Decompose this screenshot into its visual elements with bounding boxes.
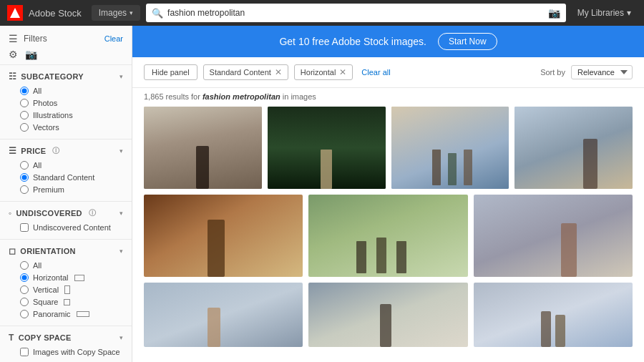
undiscovered-section: ◦ Undiscovered ⓘ ▾ Undiscovered Content — [0, 201, 132, 239]
nav-chevron-icon: ▾ — [130, 9, 133, 16]
photo-tile-7[interactable] — [474, 195, 633, 277]
sidebar-header: ☰ Filters Clear — [0, 26, 132, 49]
toolbar: Hide panel Standard Content ✕ Horizontal… — [132, 57, 644, 88]
horizontal-chip-remove-icon[interactable]: ✕ — [339, 67, 346, 77]
subcategory-icon: ☷ — [9, 72, 16, 82]
search-bar: 🔍 📷 — [146, 4, 566, 22]
camera-icon[interactable]: 📷 — [548, 7, 560, 19]
images-with-copy-space[interactable]: Images with Copy Space — [20, 348, 123, 356]
price-header[interactable]: ☰ Price ⓘ ▾ — [0, 140, 132, 161]
my-libraries-button[interactable]: My Libraries ▾ — [572, 5, 637, 21]
price-premium[interactable]: Premium — [20, 185, 123, 194]
copy-space-chevron-icon: ▾ — [119, 334, 123, 341]
svg-marker-0 — [10, 8, 20, 18]
subcategory-chevron-icon: ▾ — [119, 73, 123, 80]
photo-row-1 — [144, 107, 633, 189]
photo-row-3 — [144, 283, 633, 347]
undiscovered-icon: ◦ — [9, 208, 12, 218]
photo-row-2 — [144, 195, 633, 277]
price-icon: ☰ — [9, 146, 16, 156]
clear-all-link[interactable]: Clear all — [361, 68, 390, 77]
adobe-logo — [7, 5, 23, 21]
undiscovered-info-icon[interactable]: ⓘ — [89, 208, 96, 218]
nav-dropdown[interactable]: Images ▾ — [92, 5, 140, 21]
main-layout: ☰ Filters Clear ⚙ 📷 ☷ Subcategory ▾ — [0, 26, 644, 362]
photo-tile-11[interactable] — [474, 283, 633, 347]
subcategory-vectors[interactable]: Vectors — [20, 123, 123, 132]
photo-grid — [132, 107, 644, 362]
settings-icon-btn[interactable]: ⚙ — [9, 49, 18, 60]
copy-space-header[interactable]: T Copy Space ▾ — [0, 326, 132, 348]
undiscovered-header[interactable]: ◦ Undiscovered ⓘ ▾ — [0, 202, 132, 223]
subcategory-illustrations[interactable]: Illustrations — [20, 111, 123, 119]
sidebar: ☰ Filters Clear ⚙ 📷 ☷ Subcategory ▾ — [0, 26, 132, 362]
promo-banner: Get 10 free Adobe Stock images. Start No… — [132, 26, 644, 57]
square-icon — [64, 299, 70, 305]
orient-horizontal[interactable]: Horizontal — [20, 273, 123, 282]
standard-content-chip[interactable]: Standard Content ✕ — [203, 64, 288, 80]
results-count: 1,865 — [144, 92, 164, 101]
results-query: fashion metropolitan — [203, 92, 280, 101]
subcategory-photos[interactable]: Photos — [20, 99, 123, 107]
undiscovered-chevron-icon: ▾ — [119, 210, 123, 217]
photo-tile-2[interactable] — [268, 107, 386, 189]
search-input[interactable] — [167, 8, 544, 18]
photo-tile-4[interactable] — [514, 107, 633, 189]
filter-icon: ☰ — [9, 33, 18, 44]
main-content: Get 10 free Adobe Stock images. Start No… — [132, 26, 644, 362]
orientation-header[interactable]: ◻ Orientation ▾ — [0, 240, 132, 261]
photo-tile-1[interactable] — [144, 107, 262, 189]
view-icon-btn[interactable]: 📷 — [25, 49, 37, 60]
orient-square[interactable]: Square — [20, 298, 123, 306]
price-body: All Standard Content Premium — [0, 161, 132, 201]
subcategory-all[interactable]: All — [20, 87, 123, 95]
sort-by-label: Sort by — [540, 68, 565, 77]
price-all[interactable]: All — [20, 161, 123, 170]
promo-text: Get 10 free Adobe Stock images. — [279, 36, 426, 47]
orientation-section: ◻ Orientation ▾ All Horizontal Vertical … — [0, 239, 132, 326]
orient-vertical[interactable]: Vertical — [20, 285, 123, 294]
price-chevron-icon: ▾ — [119, 147, 123, 155]
photo-tile-5[interactable] — [144, 195, 303, 277]
brand-name: Adobe Stock — [29, 8, 82, 19]
horizontal-icon — [74, 275, 84, 281]
settings-icon-row: ⚙ 📷 — [0, 49, 132, 64]
undiscovered-body: Undiscovered Content — [0, 223, 132, 239]
photo-tile-10[interactable] — [308, 283, 467, 347]
libraries-chevron-icon: ▾ — [627, 8, 631, 18]
panoramic-icon — [77, 311, 89, 317]
copy-space-icon: T — [9, 333, 14, 343]
horizontal-chip[interactable]: Horizontal ✕ — [294, 64, 353, 80]
photo-tile-9[interactable] — [144, 283, 303, 347]
orient-panoramic[interactable]: Panoramic — [20, 310, 123, 318]
price-info-icon[interactable]: ⓘ — [52, 146, 59, 156]
orientation-chevron-icon: ▾ — [119, 248, 123, 255]
photo-tile-6[interactable] — [308, 195, 467, 277]
promo-cta-button[interactable]: Start Now — [438, 33, 497, 50]
subcategory-section: ☷ Subcategory ▾ All Photos Illustrations… — [0, 64, 132, 139]
price-section: ☰ Price ⓘ ▾ All Standard Content Premium — [0, 139, 132, 201]
copy-space-section: T Copy Space ▾ Images with Copy Space — [0, 326, 132, 362]
top-bar: Adobe Stock Images ▾ 🔍 📷 My Libraries ▾ — [0, 0, 644, 26]
price-standard[interactable]: Standard Content — [20, 173, 123, 182]
standard-chip-remove-icon[interactable]: ✕ — [275, 67, 282, 77]
results-info: 1,865 results for fashion metropolitan i… — [132, 88, 644, 107]
subcategory-body: All Photos Illustrations Vectors — [0, 87, 132, 139]
undiscovered-content[interactable]: Undiscovered Content — [20, 223, 123, 232]
sort-select[interactable]: Relevance Newest Popular — [571, 65, 633, 79]
filters-title: Filters — [24, 34, 47, 44]
orient-all[interactable]: All — [20, 261, 123, 270]
vertical-icon — [64, 285, 70, 294]
orientation-icon: ◻ — [9, 246, 16, 256]
orientation-body: All Horizontal Vertical Square Panoramic — [0, 261, 132, 326]
clear-filters-link[interactable]: Clear — [104, 34, 123, 43]
hide-panel-button[interactable]: Hide panel — [144, 64, 197, 80]
search-icon: 🔍 — [152, 8, 163, 19]
subcategory-header[interactable]: ☷ Subcategory ▾ — [0, 65, 132, 87]
copy-space-body: Images with Copy Space — [0, 348, 132, 362]
sort-row: Sort by Relevance Newest Popular — [540, 65, 633, 79]
photo-tile-3[interactable] — [391, 107, 509, 189]
